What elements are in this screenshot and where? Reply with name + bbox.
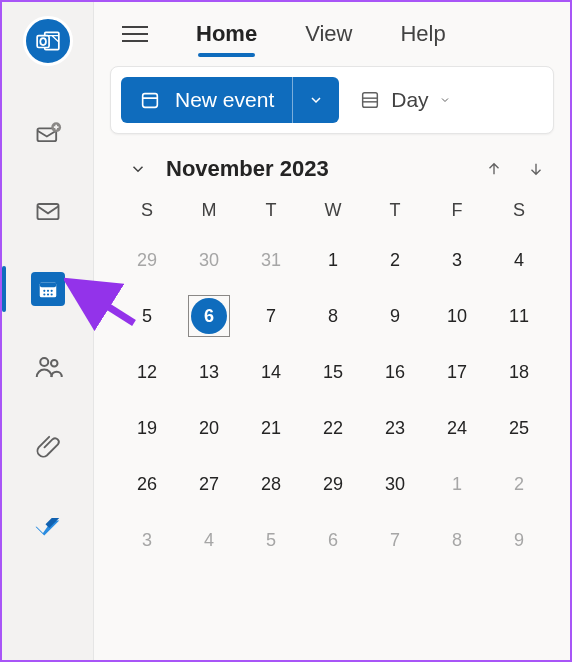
month-title: November 2023 (166, 156, 466, 182)
calendar-day[interactable]: 5 (116, 295, 178, 337)
calendar-day[interactable]: 29 (116, 239, 178, 281)
calendar-day[interactable]: 18 (488, 351, 550, 393)
day-of-week-header: W (302, 200, 364, 225)
svg-rect-18 (363, 93, 378, 108)
calendar-grid: SMTWTFS293031123456789101112131415161718… (116, 200, 550, 561)
calendar-day[interactable]: 22 (302, 407, 364, 449)
chevron-down-icon (129, 160, 147, 178)
tab-help[interactable]: Help (400, 21, 445, 47)
outlook-logo[interactable] (23, 16, 73, 66)
toolbar: New event Day (110, 66, 554, 134)
svg-point-15 (51, 360, 58, 367)
day-of-week-header: M (178, 200, 240, 225)
rail-files[interactable] (2, 406, 93, 484)
calendar-day[interactable]: 7 (240, 295, 302, 337)
active-indicator (2, 266, 6, 312)
navigation-rail (2, 2, 94, 660)
calendar-day[interactable]: 4 (488, 239, 550, 281)
calendar-day[interactable]: 3 (116, 519, 178, 561)
calendar-day[interactable]: 28 (240, 463, 302, 505)
calendar-day[interactable]: 1 (426, 463, 488, 505)
calendar-day[interactable]: 6 (302, 519, 364, 561)
calendar-day[interactable]: 9 (488, 519, 550, 561)
svg-point-11 (43, 293, 45, 295)
ribbon-tabs: Home View Help (94, 2, 570, 66)
svg-point-9 (46, 290, 48, 292)
calendar-day[interactable]: 9 (364, 295, 426, 337)
new-event-split-button: New event (121, 77, 339, 123)
calendar-day[interactable]: 29 (302, 463, 364, 505)
calendar-day[interactable]: 21 (240, 407, 302, 449)
calendar-day[interactable]: 26 (116, 463, 178, 505)
chevron-down-icon (439, 94, 451, 106)
calendar-day[interactable]: 4 (178, 519, 240, 561)
calendar-blank-icon (139, 89, 161, 111)
calendar-day[interactable]: 15 (302, 351, 364, 393)
calendar-day[interactable]: 19 (116, 407, 178, 449)
view-selector[interactable]: Day (353, 88, 456, 112)
arrow-up-icon (485, 160, 503, 178)
arrow-down-icon (527, 160, 545, 178)
new-event-label: New event (175, 88, 274, 112)
calendar-day[interactable]: 14 (240, 351, 302, 393)
calendar-day[interactable]: 16 (364, 351, 426, 393)
calendar-day[interactable]: 8 (426, 519, 488, 561)
outlook-icon (35, 28, 61, 54)
mail-icon (34, 197, 62, 225)
main-content: Home View Help New event (94, 2, 570, 660)
rail-people[interactable] (2, 328, 93, 406)
new-event-dropdown[interactable] (293, 77, 339, 123)
day-view-icon (359, 89, 381, 111)
calendar-day[interactable]: 5 (240, 519, 302, 561)
calendar-day[interactable]: 17 (426, 351, 488, 393)
new-event-button[interactable]: New event (121, 77, 293, 123)
calendar-day[interactable]: 20 (178, 407, 240, 449)
calendar-day[interactable]: 31 (240, 239, 302, 281)
tab-home[interactable]: Home (196, 21, 257, 47)
svg-point-13 (50, 293, 52, 295)
tab-view[interactable]: View (305, 21, 352, 47)
svg-point-14 (40, 358, 48, 366)
calendar-day[interactable]: 30 (178, 239, 240, 281)
rail-mail-new[interactable] (2, 94, 93, 172)
svg-rect-7 (39, 283, 56, 288)
svg-point-10 (50, 290, 52, 292)
calendar-day[interactable]: 24 (426, 407, 488, 449)
calendar-day[interactable]: 7 (364, 519, 426, 561)
calendar-day[interactable]: 23 (364, 407, 426, 449)
prev-month-button[interactable] (480, 160, 508, 178)
attachment-icon (34, 431, 62, 459)
day-of-week-header: T (364, 200, 426, 225)
svg-point-12 (46, 293, 48, 295)
calendar-day[interactable]: 8 (302, 295, 364, 337)
hamburger-button[interactable] (122, 26, 148, 42)
rail-calendar[interactable] (2, 250, 93, 328)
rail-mail[interactable] (2, 172, 93, 250)
day-of-week-header: T (240, 200, 302, 225)
calendar-day[interactable]: 2 (488, 463, 550, 505)
calendar-day-today[interactable]: 6 (178, 295, 240, 337)
calendar-day[interactable]: 30 (364, 463, 426, 505)
svg-rect-16 (143, 94, 158, 108)
calendar-day[interactable]: 27 (178, 463, 240, 505)
day-of-week-header: F (426, 200, 488, 225)
calendar-day[interactable]: 2 (364, 239, 426, 281)
calendar-day[interactable]: 13 (178, 351, 240, 393)
calendar-day[interactable]: 1 (302, 239, 364, 281)
svg-point-8 (43, 290, 45, 292)
svg-rect-5 (37, 204, 58, 219)
day-of-week-header: S (116, 200, 178, 225)
people-icon (33, 352, 63, 382)
calendar-icon (37, 278, 59, 300)
calendar-day[interactable]: 11 (488, 295, 550, 337)
calendar-day[interactable]: 12 (116, 351, 178, 393)
view-label: Day (391, 88, 428, 112)
calendar-day[interactable]: 25 (488, 407, 550, 449)
mini-calendar: November 2023 SMTWTFS2930311234567891011… (94, 134, 570, 561)
calendar-day[interactable]: 10 (426, 295, 488, 337)
todo-check-icon (33, 508, 63, 538)
collapse-button[interactable] (124, 160, 152, 178)
rail-todo[interactable] (2, 484, 93, 562)
next-month-button[interactable] (522, 160, 550, 178)
calendar-day[interactable]: 3 (426, 239, 488, 281)
